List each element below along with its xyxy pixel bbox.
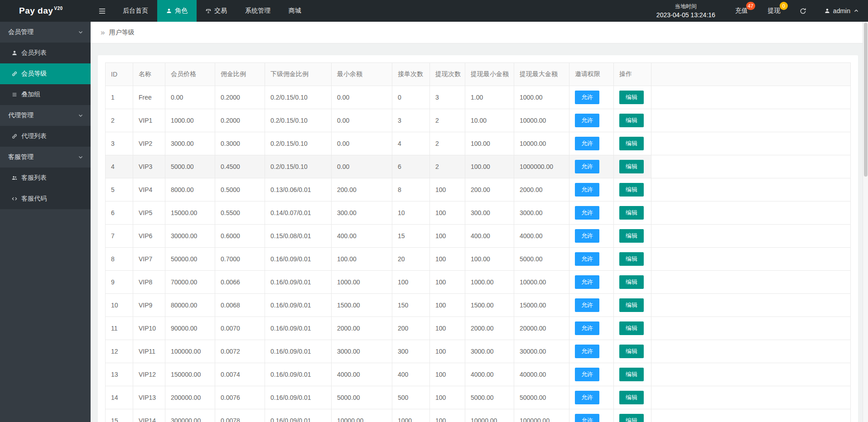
main-content: » 用户等级 ID名称会员价格佣金比例下级佣金比例最小余额接单次数提现次数提现最…	[91, 22, 868, 422]
scrollbar-thumb[interactable]	[864, 23, 868, 177]
nav-item-mall[interactable]: 商城	[280, 0, 310, 22]
cell-wd_max: 5000.00	[514, 248, 569, 271]
cell-actions: 编辑	[614, 340, 651, 363]
sidebar-group-member-management[interactable]: 会员管理	[0, 22, 91, 43]
admin-menu[interactable]: admin	[815, 0, 868, 22]
allow-button[interactable]: 允许	[575, 114, 599, 127]
cell-wd_max: 1000000.00	[514, 155, 569, 178]
cell-sub_rate: 0.13/0.06/0.01	[265, 178, 332, 201]
cell-price: 200000.00	[165, 386, 215, 409]
edit-button[interactable]: 编辑	[619, 183, 644, 197]
table-row: 15VIP14300000.000.00780.16/0.09/0.011000…	[106, 409, 851, 422]
table-row: 5VIP48000.000.50000.13/0.06/0.01200.0081…	[106, 178, 851, 201]
cell-orders: 10	[392, 201, 430, 225]
sidebar-item-member-level[interactable]: 会员等级	[0, 63, 91, 84]
cell-wd_min: 300.00	[465, 201, 514, 225]
allow-button[interactable]: 允许	[575, 183, 599, 197]
cell-name: VIP6	[133, 225, 165, 248]
cell-wd_min: 100.00	[465, 248, 514, 271]
recharge-button[interactable]: 充值 47	[725, 0, 758, 22]
edit-button[interactable]: 编辑	[619, 391, 644, 404]
refresh-icon	[800, 8, 806, 14]
sidebar-item-stack-group[interactable]: 叠加组	[0, 84, 91, 105]
sidebar-item-agent-list[interactable]: 代理列表	[0, 126, 91, 147]
cell-actions: 编辑	[614, 294, 651, 317]
cell-wd_min: 1000.00	[465, 271, 514, 294]
allow-button[interactable]: 允许	[575, 391, 599, 404]
edit-button[interactable]: 编辑	[619, 160, 644, 173]
nav-item-system[interactable]: 系统管理	[236, 0, 280, 22]
allow-button[interactable]: 允许	[575, 345, 599, 358]
allow-button[interactable]: 允许	[575, 206, 599, 220]
person-icon	[166, 8, 172, 14]
cell-min_balance: 2000.00	[332, 317, 392, 340]
edit-button[interactable]: 编辑	[619, 345, 644, 358]
allow-button[interactable]: 允许	[575, 414, 599, 422]
cell-wd_times: 100	[430, 225, 465, 248]
cell-orders: 100	[392, 271, 430, 294]
nav-label: 交易	[214, 7, 227, 15]
edit-button[interactable]: 编辑	[619, 414, 644, 422]
allow-button[interactable]: 允许	[575, 321, 599, 335]
edit-button[interactable]: 编辑	[619, 368, 644, 381]
edit-button[interactable]: 编辑	[619, 275, 644, 289]
edit-button[interactable]: 编辑	[619, 91, 644, 104]
nav-item-dashboard[interactable]: 后台首页	[114, 0, 157, 22]
cell-name: VIP5	[133, 201, 165, 225]
sidebar: 会员管理 会员列表 会员等级 叠加组 代理管理 代理列表	[0, 22, 91, 422]
cell-invite-permission: 允许	[569, 317, 614, 340]
code-icon	[12, 196, 17, 201]
refresh-button[interactable]	[791, 0, 815, 22]
user-icon	[12, 50, 17, 56]
edit-button[interactable]: 编辑	[619, 206, 644, 220]
vertical-scrollbar[interactable]	[863, 22, 868, 422]
allow-button[interactable]: 允许	[575, 137, 599, 150]
edit-button[interactable]: 编辑	[619, 252, 644, 266]
cell-sub_rate: 0.16/0.09/0.01	[265, 294, 332, 317]
cell-wd_times: 100	[430, 201, 465, 225]
cell-orders: 15	[392, 225, 430, 248]
hamburger-icon	[99, 8, 106, 14]
cell-wd_times: 3	[430, 86, 465, 109]
cell-wd_min: 1.00	[465, 86, 514, 109]
sidebar-item-service-list[interactable]: 客服列表	[0, 168, 91, 188]
cell-price: 150000.00	[165, 363, 215, 386]
cell-wd_min: 400.00	[465, 225, 514, 248]
allow-button[interactable]: 允许	[575, 229, 599, 243]
withdraw-button[interactable]: 提现 0	[758, 0, 791, 22]
column-header: 接单次数	[392, 63, 430, 86]
edit-button[interactable]: 编辑	[619, 229, 644, 243]
edit-button[interactable]: 编辑	[619, 298, 644, 312]
sidebar-group-service-management[interactable]: 客服管理	[0, 147, 91, 168]
allow-button[interactable]: 允许	[575, 91, 599, 104]
cell-wd_max: 2000.00	[514, 178, 569, 201]
cell-sub_rate: 0.2/0.15/0.10	[265, 86, 332, 109]
nav-item-trade[interactable]: 交易	[197, 0, 236, 22]
cell-id: 14	[106, 386, 133, 409]
logo-version: V20	[54, 6, 63, 11]
allow-button[interactable]: 允许	[575, 298, 599, 312]
sidebar-item-member-list[interactable]: 会员列表	[0, 43, 91, 63]
cell-orders: 6	[392, 155, 430, 178]
cell-sub_rate: 0.2/0.15/0.10	[265, 132, 332, 155]
sidebar-item-service-code[interactable]: 客服代码	[0, 188, 91, 209]
allow-button[interactable]: 允许	[575, 252, 599, 266]
cell-min_balance: 0.00	[332, 109, 392, 132]
nav-label: 系统管理	[245, 7, 270, 15]
cell-price: 3000.00	[165, 132, 215, 155]
allow-button[interactable]: 允许	[575, 275, 599, 289]
cell-invite-permission: 允许	[569, 225, 614, 248]
cell-min_balance: 0.00	[332, 155, 392, 178]
edit-button[interactable]: 编辑	[619, 114, 644, 127]
nav-item-role[interactable]: 角色	[157, 0, 197, 22]
cell-invite-permission: 允许	[569, 178, 614, 201]
cell-id: 13	[106, 363, 133, 386]
allow-button[interactable]: 允许	[575, 368, 599, 381]
cell-wd_min: 5000.00	[465, 386, 514, 409]
table-row: 9VIP870000.000.00660.16/0.09/0.011000.00…	[106, 271, 851, 294]
edit-button[interactable]: 编辑	[619, 137, 644, 150]
allow-button[interactable]: 允许	[575, 160, 599, 173]
edit-button[interactable]: 编辑	[619, 321, 644, 335]
sidebar-group-agent-management[interactable]: 代理管理	[0, 105, 91, 126]
hamburger-menu-button[interactable]	[91, 0, 114, 22]
